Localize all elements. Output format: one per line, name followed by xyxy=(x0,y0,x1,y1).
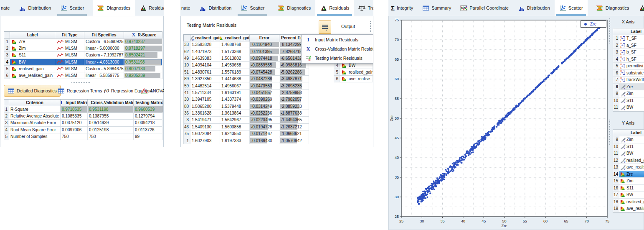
section-drag-handle[interactable] xyxy=(370,21,371,32)
tab-scatter[interactable]: Scatter xyxy=(56,0,89,16)
y-axis-variable-row[interactable]: 19 x ave_realis xyxy=(613,205,644,212)
scatter-plot[interactable]: 2525303035354040454550505555606065657070… xyxy=(390,18,611,229)
x-axis-variable-row[interactable]: 10 UL x S11 xyxy=(613,97,644,105)
fit-type-value: MLSM xyxy=(65,53,77,57)
residual-row[interactable]: 80 1.5065200 1.5379448 -0.0314249 -2.085… xyxy=(183,103,309,110)
output-row[interactable]: 5 realised_gain xyxy=(334,69,373,76)
x-axis-variable-row[interactable]: 1 UL x T_SF xyxy=(613,35,644,42)
y-axis-variable-row[interactable]: 13 x ave_realis xyxy=(613,164,644,171)
x-axis-variable-row[interactable]: 4 UL x h_SF xyxy=(613,56,644,63)
tab-coordinate-truncated[interactable]: nate xyxy=(0,0,14,16)
menu-item-input-matrix-residuals[interactable]: I Input Matrix Residuals xyxy=(302,35,373,44)
col-simulated[interactable]: xrealised_gain xyxy=(190,35,220,41)
x-axis-variable-row[interactable]: 2 UL x a_SF xyxy=(613,42,644,49)
simulated-value: 1.4830761 xyxy=(190,69,220,75)
tab-diagnostics[interactable]: Diagnostics xyxy=(592,0,634,16)
menu-item-cross-validation-residuals[interactable]: X Cross-Validation Matrix Residuals xyxy=(302,44,373,54)
tab-scatter[interactable]: Scatter xyxy=(555,0,588,16)
fit-table-row[interactable]: 2 Zim MLSM linear - 5.0000000 0.9718297 xyxy=(4,45,162,52)
col-input-matrix[interactable]: IInput Matrix xyxy=(61,100,88,106)
y-axis-variable-row[interactable]: 11 x BW xyxy=(613,150,644,157)
y-axis-variable-row[interactable]: 16 x S11 xyxy=(613,185,644,192)
output-cell: Zre xyxy=(10,38,55,45)
tab-distribution[interactable]: Distribution xyxy=(513,0,555,16)
x-axis-variable-row[interactable]: 6 UL x substrate xyxy=(613,70,644,77)
tab-diagnostics[interactable]: Diagnostics xyxy=(273,0,315,16)
x-axis-variable-row[interactable]: 8 UL x Zre xyxy=(613,84,644,91)
fit-table-row[interactable]: 6 ave_realised_gain MLSM linear - 5.5859… xyxy=(4,72,162,79)
col-fit-specifics[interactable]: Fit Specifics xyxy=(84,32,124,38)
residual-source-menu-button[interactable] xyxy=(319,20,331,34)
residual-row[interactable]: 3 1.5419471 1.5642967 -0.0223495 -1.4494… xyxy=(183,117,309,123)
tab-tradeoff[interactable]: Trade-Off xyxy=(354,0,373,16)
anova-button[interactable]: ANOVA xyxy=(139,85,164,97)
residual-row[interactable]: 46 1.5409130 1.5603858 -0.0194728 -1.263… xyxy=(183,124,309,130)
residual-row[interactable]: 41 1.5711334 1.6163191 -0.0451857 -2.875… xyxy=(183,89,309,96)
fit-type-cell: MLSM xyxy=(55,38,84,45)
residual-row[interactable]: 59 1.4482514 1.4956067 -0.0473553 -3.269… xyxy=(183,82,309,89)
splitter-grip[interactable] xyxy=(71,82,90,83)
x-axis-variable-row[interactable]: 9 UL x Zim xyxy=(613,90,644,97)
col-criterion[interactable]: Criterion xyxy=(9,100,61,106)
fit-table-row[interactable]: 1 Zre MLSM Custom - 6.5390925 0.9740237 xyxy=(4,38,162,45)
y-axis-variable-row[interactable]: 10 x S11 xyxy=(613,143,644,151)
y-axis-variable-row[interactable]: 15 x Zim xyxy=(613,178,644,185)
tab-coordinate-truncated[interactable]: nate xyxy=(180,0,195,16)
x-axis-variable-row[interactable]: 5 UL x permittivi xyxy=(613,63,644,70)
residual-row[interactable]: 36 1.3361628 1.3613864 -0.0252236 -1.887… xyxy=(183,110,309,117)
residual-row[interactable]: 51 1.4830761 1.5576189 -0.0745428 -5.026… xyxy=(183,69,309,76)
residual-row[interactable]: 89 1.3927350 1.4414638 -0.0487288 -3.498… xyxy=(183,76,309,82)
diagnostics-table-row[interactable]: 1 R-Square 0.9718535 0.9531198 0.9600539 xyxy=(4,106,162,113)
y-axis-variable-row[interactable]: 17 x BW xyxy=(613,192,644,199)
x-axis-variable-row[interactable]: 11 UL x BW xyxy=(613,104,644,111)
row-number: 89 xyxy=(184,76,190,82)
y-axis-variable-row[interactable]: 14 x Zre xyxy=(613,171,644,178)
sidebar-splitter[interactable] xyxy=(609,18,610,43)
sidebar-splitter[interactable] xyxy=(609,120,610,145)
diagnostics-table-row[interactable]: 4 Root Mean Square Error 0.0097006 0.012… xyxy=(4,127,162,133)
fit-table-row[interactable]: 5 realised_gain MLSM Custom - 5.8984675 … xyxy=(4,66,162,72)
residual-row[interactable]: 49 1.4639383 1.5613802 -0.0974418 -6.656… xyxy=(183,55,309,62)
x-axis-variable-row[interactable]: 7 UL x trackWidt xyxy=(613,77,644,84)
residual-row[interactable]: 62 1.4071973 1.5173368 -0.1101395 -7.826… xyxy=(183,48,309,55)
tab-distribution[interactable]: Distribution xyxy=(195,0,236,16)
diagnostics-table-row[interactable]: 5 Number of Samples 750 750 99 xyxy=(4,133,162,140)
col-modelled[interactable]: realised_gain xyxy=(220,35,250,41)
col-fit-type[interactable]: Fit Type xyxy=(55,32,84,38)
col-label[interactable]: Label xyxy=(10,32,55,38)
tab-residuals[interactable]: Residuals xyxy=(315,0,354,16)
tab-parallel-coordinate[interactable]: Parallel Coordinate xyxy=(456,0,513,16)
col-cross-validation-matrix[interactable]: XCross-Validation Matrix xyxy=(88,100,134,106)
detailed-diagnostics-button[interactable]: Detailed Diagnostics xyxy=(4,85,61,97)
diagnostics-table-row[interactable]: 2 Relative Average Absolute Error 0.1085… xyxy=(4,113,162,120)
tab-scatter[interactable]: Scatter xyxy=(236,0,269,16)
row-number: 75 xyxy=(184,130,190,137)
y-axis-variable-row[interactable]: 9 x Zim xyxy=(613,136,644,143)
tab-diagnostics[interactable]: Diagnostics xyxy=(93,0,135,16)
menu-item-testing-matrix-residuals[interactable]: Testing Matrix Residuals xyxy=(302,54,373,63)
col-label[interactable]: Label xyxy=(613,29,641,34)
residual-row[interactable]: 10 1.4094104 1.4953658 -0.0859555 -6.098… xyxy=(183,62,309,69)
tab-residuals[interactable]: Residuals xyxy=(634,0,644,16)
tab-summary[interactable]: Summary xyxy=(418,0,456,16)
col-testing-matrix[interactable]: Testing Matrix xyxy=(134,100,163,106)
regression-terms-button[interactable]: Regression Terms xyxy=(54,85,106,97)
residual-row[interactable]: 1 1.6027903 1.6197333 -0.0169430 -1.0570… xyxy=(183,137,309,144)
tab-distribution[interactable]: Distribution xyxy=(14,0,56,16)
residual-row[interactable]: 75 1.6072084 1.6243550 -0.0171467 -1.066… xyxy=(183,130,309,137)
fit-table-row[interactable]: 3 S11 MLSM Custom - 7.1992787 0.8502421 xyxy=(4,52,162,59)
fit-table-row[interactable]: 4 BW MLSM linear - 4.0313000 0.9531198 xyxy=(4,59,162,66)
y-axis-variable-row[interactable]: 12 x realised_g xyxy=(613,157,644,164)
col-error[interactable]: Error xyxy=(250,35,279,41)
output-row[interactable]: 6 ave_realise... xyxy=(334,76,373,82)
col-r-square[interactable]: XR-Square xyxy=(124,32,163,38)
col-label[interactable]: Label xyxy=(613,130,641,135)
error-value: -0.0859555 xyxy=(251,63,272,67)
residual-row[interactable]: 33 1.3583828 1.4688768 -0.1104940 -8.134… xyxy=(183,41,309,48)
tab-residuals[interactable]: Residuals xyxy=(135,0,164,16)
residual-row[interactable]: 30 1.3947105 1.4337374 -0.0390269 -2.798… xyxy=(183,96,309,103)
x-axis-variable-row[interactable]: 3 UL x b_SF xyxy=(613,49,644,56)
tab-integrity[interactable]: Σ Integrity xyxy=(388,0,418,16)
diagnostics-table-row[interactable]: 3 Maximum Absolute Error 0.0375120 0.051… xyxy=(4,120,162,126)
y-axis-variable-row[interactable]: 18 x realised_g xyxy=(613,199,644,206)
